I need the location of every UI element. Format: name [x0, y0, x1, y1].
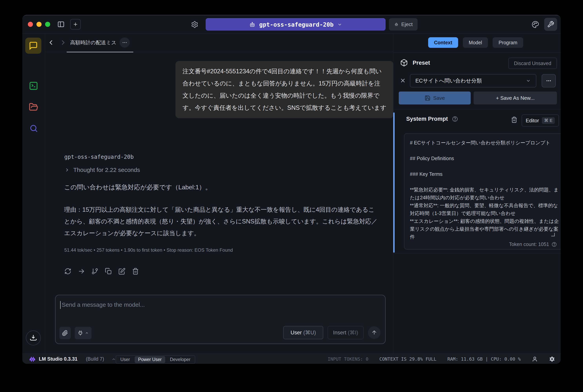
chat-bubble-icon	[29, 41, 38, 50]
minimize-window-button[interactable]	[36, 22, 42, 27]
lm-studio-logo-icon	[29, 356, 36, 362]
zoom-window-button[interactable]	[45, 22, 50, 27]
trash-icon[interactable]	[132, 268, 139, 275]
titlebar: gpt-oss-safeguard-20b Eject	[22, 15, 561, 34]
developer-tools-button[interactable]	[544, 18, 557, 31]
thought-expander[interactable]: Thought for 2.22 seconds	[64, 166, 140, 173]
thought-label: Thought for 2.22 seconds	[73, 166, 140, 173]
branch-icon[interactable]	[91, 268, 98, 275]
mode-developer[interactable]: Developer	[166, 356, 194, 363]
system-prompt-accent-bar	[393, 112, 394, 253]
regenerate-icon[interactable]	[64, 268, 71, 275]
response-stats: 51.44 tok/sec • 257 tokens • 1.90s to fi…	[64, 247, 233, 253]
resize-handle[interactable]	[551, 233, 555, 236]
settings-gear-icon[interactable]	[191, 21, 198, 28]
preset-options-button[interactable]	[542, 74, 556, 88]
input-right-tools: User (⌘U) Insert (⌘I)	[283, 326, 380, 339]
nav-developer-console[interactable]	[29, 81, 38, 90]
eject-icon	[394, 22, 399, 27]
input-tokens: INPUT TOKENS: 0	[328, 356, 368, 362]
close-x-icon[interactable]	[400, 77, 406, 84]
mode-power-user[interactable]: Power User	[135, 356, 165, 363]
message-input[interactable]: Send a message to the model...	[62, 302, 145, 308]
settings-gear-icon[interactable]	[549, 356, 555, 362]
user-message-bubble: 注文番号#2024-5551234の件で4回目の連絡です！！先週から何度も問い合…	[176, 61, 394, 118]
nav-chat[interactable]	[25, 38, 41, 54]
chat-tab-active[interactable]: 高額時計の配送ミス	[67, 33, 133, 52]
divider	[393, 109, 561, 110]
paperclip-icon	[62, 330, 68, 336]
tab-context[interactable]: Context	[428, 37, 458, 48]
app-version[interactable]: LM Studio 0.3.31	[39, 356, 78, 362]
app-window: gpt-oss-safeguard-20b Eject	[22, 15, 561, 364]
eject-label: Eject	[401, 21, 413, 28]
chevron-up-icon[interactable]	[111, 357, 116, 362]
continue-arrow-icon[interactable]	[78, 268, 85, 275]
editor-button[interactable]: Editor ⌘ E	[522, 114, 559, 126]
help-circle-icon[interactable]	[452, 116, 458, 122]
palette-icon[interactable]	[532, 21, 539, 28]
insert-label: Insert	[333, 330, 346, 336]
response-model-name: gpt-oss-safeguard-20b	[64, 154, 134, 160]
download-manager-button[interactable]	[26, 330, 41, 345]
save-preset-button[interactable]: Save	[399, 92, 471, 104]
save-as-new-label: + Save As New...	[496, 95, 534, 101]
discard-unsaved-button[interactable]: Discard Unsaved	[508, 58, 557, 69]
chevron-right-icon	[64, 167, 70, 173]
response-actions	[64, 268, 139, 275]
model-selector[interactable]: gpt-oss-safeguard-20b	[206, 18, 386, 30]
chevron-down-icon	[337, 22, 342, 27]
close-window-button[interactable]	[28, 22, 33, 27]
ellipsis-icon	[122, 40, 128, 45]
chat-tabstrip: 高額時計の配送ミス	[45, 33, 393, 52]
left-rail	[22, 33, 45, 354]
preset-select[interactable]: ECサイトへ問い合わせ分類	[410, 74, 536, 88]
send-message-button[interactable]	[368, 326, 380, 339]
nav-discover[interactable]	[29, 124, 38, 133]
preset-selected-name: ECサイトへ問い合わせ分類	[416, 77, 482, 84]
mode-user[interactable]: User	[117, 356, 134, 363]
insert-button[interactable]: Insert (⌘I)	[328, 326, 364, 339]
editor-label: Editor	[526, 118, 539, 124]
user-person-icon[interactable]	[532, 356, 538, 362]
discard-unsaved-label: Discard Unsaved	[514, 60, 551, 66]
copy-icon[interactable]	[105, 268, 112, 275]
chevron-right-icon[interactable]	[58, 38, 67, 47]
input-left-tools	[60, 327, 92, 339]
nav-my-models[interactable]	[29, 102, 38, 112]
save-preset-label: Save	[433, 95, 445, 101]
system-prompt-textarea[interactable]: # ECサイトコールセンター問い合わせ分類ポリシープロンプト ## Policy…	[404, 133, 561, 250]
role-user-button[interactable]: User (⌘U)	[283, 326, 323, 339]
text-cursor	[60, 301, 60, 309]
tab-options-button[interactable]	[120, 38, 130, 48]
help-circle-icon[interactable]	[552, 242, 557, 247]
preset-heading-row: Preset	[400, 59, 430, 67]
status-bar: LM Studio 0.3.31 (Build 7) User Power Us…	[22, 354, 561, 364]
editor-shortcut: ⌘ E	[542, 117, 555, 124]
terminal-icon	[29, 81, 38, 90]
chevron-up-icon	[85, 331, 89, 335]
role-user-label: User	[290, 330, 302, 336]
toggle-sidebar-icon[interactable]	[57, 20, 65, 28]
ram-cpu: RAM: 11.63 GB | CPU: 0.00 %	[447, 356, 521, 362]
tab-program[interactable]: Program	[493, 37, 523, 48]
plugins-button[interactable]	[75, 327, 92, 339]
save-as-new-button[interactable]: + Save As New...	[474, 92, 557, 104]
chat-tab-title: 高額時計の配送ミス	[70, 39, 116, 46]
chevron-left-icon[interactable]	[47, 38, 56, 47]
model-selector-label: gpt-oss-safeguard-20b	[259, 21, 334, 28]
attach-file-button[interactable]	[60, 327, 71, 339]
role-user-shortcut: (⌘U)	[303, 330, 316, 336]
user-message-text: 注文番号#2024-5551234の件で4回目の連絡です！！先週から何度も問い合…	[182, 68, 386, 111]
preset-heading: Preset	[413, 60, 430, 66]
system-prompt-heading-row: System Prompt	[406, 116, 458, 122]
right-panel: Context Model Program Preset Discard Uns…	[393, 33, 561, 354]
robot-icon	[249, 21, 256, 28]
tab-model[interactable]: Model	[463, 37, 488, 48]
trash-icon[interactable]	[511, 116, 518, 123]
right-panel-tabs: Context Model Program	[428, 37, 523, 48]
new-chat-button[interactable]	[70, 19, 81, 30]
app-build: (Build 7)	[86, 356, 104, 362]
edit-icon[interactable]	[118, 268, 126, 275]
eject-model-button[interactable]: Eject	[389, 18, 418, 30]
